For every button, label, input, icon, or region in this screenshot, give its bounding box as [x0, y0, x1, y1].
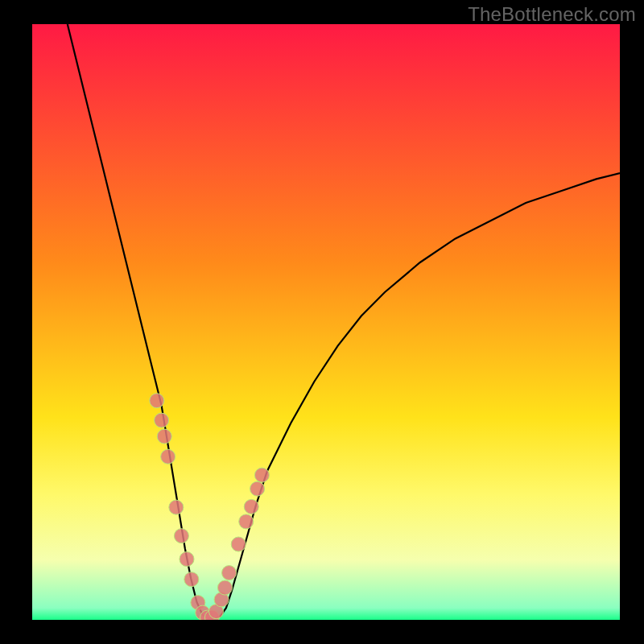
marker-dot — [231, 537, 246, 551]
marker-dot — [169, 500, 184, 514]
marker-dot — [174, 529, 188, 543]
marker-dot — [217, 580, 232, 595]
marker-dot — [239, 514, 254, 529]
marker-dot — [222, 566, 237, 580]
plot-area — [32, 24, 620, 620]
marker-dot — [250, 481, 265, 496]
marker-dot — [180, 552, 194, 567]
marker-dot — [150, 394, 164, 408]
marker-dot — [254, 468, 269, 482]
chart-svg — [0, 0, 644, 644]
marker-dot — [157, 429, 171, 444]
marker-dot — [244, 499, 258, 514]
marker-dot — [184, 572, 199, 587]
chart-container: { "watermark": "TheBottleneck.com", "col… — [0, 0, 644, 644]
marker-dot — [155, 413, 169, 427]
marker-dot — [161, 449, 175, 464]
watermark-text: TheBottleneck.com — [468, 3, 636, 26]
